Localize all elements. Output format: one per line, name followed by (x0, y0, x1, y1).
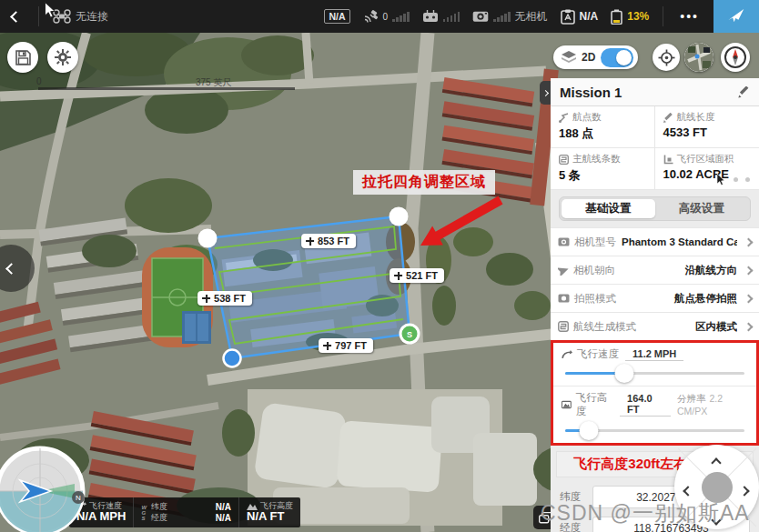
minimap-button[interactable] (684, 43, 713, 72)
map-scale-start: 0 (36, 76, 42, 86)
takeoff-button[interactable] (713, 0, 759, 33)
edge-label-bottom[interactable]: 797 FT (319, 338, 373, 353)
nudge-left-button[interactable] (684, 482, 692, 498)
edge-label-text: 853 FT (318, 236, 349, 246)
divider (663, 6, 663, 26)
height-slider-thumb[interactable] (579, 421, 598, 440)
mission-header: Mission 1 (551, 78, 759, 106)
battery-icon (611, 9, 622, 25)
camera-icon (472, 10, 489, 23)
start-point-marker[interactable]: S (400, 324, 420, 345)
compass-button[interactable] (721, 43, 750, 72)
camera-status[interactable]: 无相机 (472, 9, 548, 25)
mode-toggle[interactable] (601, 48, 633, 67)
edge-label-top[interactable]: 853 FT (301, 234, 356, 248)
chevron-right-icon (541, 89, 548, 95)
speed-slider-thumb[interactable] (615, 364, 634, 383)
tutorial-hint-label: 拉托四角调整区域 (353, 170, 495, 195)
tab-advanced-settings[interactable]: 高级设置 (655, 199, 749, 218)
chevron-left-icon (10, 11, 22, 23)
row-flight-speed: 飞行速度 11.2 MPH (553, 343, 756, 386)
locate-button[interactable] (653, 44, 680, 71)
route-length-icon (663, 113, 673, 123)
wgs-tag: WGS (141, 505, 147, 521)
corner-handle-bottom-left[interactable] (224, 350, 241, 367)
panel-collapse-tab[interactable] (540, 81, 551, 105)
speed-slider[interactable] (565, 363, 744, 383)
red-arrow (420, 196, 503, 246)
edge-label-text: 538 FT (214, 293, 246, 304)
compass-icon (724, 46, 746, 68)
telemetry-height: 飞行高度 N/A FT (238, 497, 300, 527)
minimap-thumbnail (684, 43, 713, 72)
divider (38, 6, 39, 26)
rc-status[interactable] (422, 10, 460, 23)
move-cross-icon (394, 272, 402, 280)
stat-main-lines: 主航线条数 5 条 (551, 148, 655, 190)
camera-signal-bars (493, 12, 511, 22)
map-mode-pill[interactable]: 2D (553, 45, 638, 69)
tab-basic-settings[interactable]: 基础设置 (562, 199, 655, 218)
save-icon (15, 50, 31, 65)
save-mission-button[interactable] (7, 42, 38, 73)
gps-status[interactable]: 0 (363, 9, 410, 24)
drone-connection-status[interactable]: 无连接 (53, 9, 108, 25)
app-root: S 853 FT 521 FT 538 FT 797 FT 拉托四角调整区域 0… (0, 0, 759, 532)
chevron-right-icon (744, 237, 754, 246)
layers-icon (562, 51, 576, 64)
attitude-compass-widget[interactable]: N (0, 446, 89, 532)
stat-route-length: 航线长度 4533 FT (655, 106, 759, 148)
edge-label-text: 797 FT (335, 340, 367, 351)
watermark: CSDN @一别如斯AA (541, 499, 750, 527)
chevron-right-icon (744, 266, 754, 275)
battery-status[interactable]: 13% (611, 9, 649, 25)
row-photo-mode[interactable]: 拍照模式 航点悬停拍照 (551, 284, 759, 312)
edit-pencil-icon[interactable] (738, 86, 750, 98)
nudge-center-button[interactable] (702, 472, 733, 503)
waypoint-icon (559, 113, 569, 123)
locate-icon (658, 49, 675, 66)
checklist-status[interactable]: N/A (561, 9, 599, 25)
settings-button[interactable] (47, 42, 78, 73)
height-value: 164.0 FT (620, 393, 671, 417)
map-scale-bar (38, 87, 295, 90)
satellite-icon (363, 9, 379, 24)
row-camera-heading[interactable]: 相机朝向 沿航线方向 (551, 256, 759, 284)
edge-label-left[interactable]: 538 FT (197, 291, 252, 306)
corner-handle-top-right[interactable] (390, 207, 409, 226)
back-button[interactable] (0, 0, 31, 33)
row-route-mode[interactable]: 航线生成模式 区内模式 (551, 312, 759, 340)
page-dots[interactable] (717, 174, 750, 186)
north-badge: N (72, 491, 85, 504)
gps-count: 0 (383, 12, 389, 22)
flight-mode-badge: N/A (324, 9, 349, 24)
gear-icon (55, 49, 71, 65)
photo-mode-icon (558, 294, 570, 303)
camera-icon (558, 237, 570, 246)
mouse-cursor-black (717, 174, 726, 186)
edge-label-right[interactable]: 521 FT (390, 268, 444, 283)
rc-signal-bars (443, 12, 460, 22)
move-cross-icon (306, 237, 314, 246)
airplane-icon (726, 6, 746, 26)
chevron-right-icon (744, 294, 754, 303)
top-status-bar: 无连接 N/A 0 (0, 0, 759, 33)
svg-text:N: N (76, 494, 81, 502)
nudge-up-button[interactable] (713, 454, 720, 470)
mouse-cursor-white (45, 2, 56, 18)
area-icon (663, 155, 673, 165)
speed-value: 11.2 MPH (625, 348, 683, 361)
telemetry-wgs: WGS 纬度N/A 经度N/A (133, 497, 238, 527)
more-menu-button[interactable]: ••• (680, 9, 699, 24)
svg-text:S: S (407, 330, 412, 339)
corner-handle-top-left[interactable] (198, 229, 218, 248)
row-camera-model[interactable]: 相机型号 Phantom 3 Standard Camera (551, 227, 759, 256)
row-flight-height: 飞行高度 164.0 FT 分辨率2.2 CM/PX (553, 386, 756, 443)
nudge-right-button[interactable] (741, 482, 748, 498)
edge-label-text: 521 FT (406, 270, 438, 281)
mission-stats: 航点数 188 点 航线长度 4533 FT 主航线条数 5 条 (551, 106, 759, 190)
height-slider[interactable] (565, 420, 744, 440)
telemetry-bar: 飞行速度 N/A MPH WGS 纬度N/A 经度N/A 飞行高度 N/A (69, 497, 300, 527)
mission-title: Mission 1 (560, 85, 622, 100)
highlighted-sliders: 飞行速度 11.2 MPH 飞行高度 164.0 FT (551, 340, 759, 446)
